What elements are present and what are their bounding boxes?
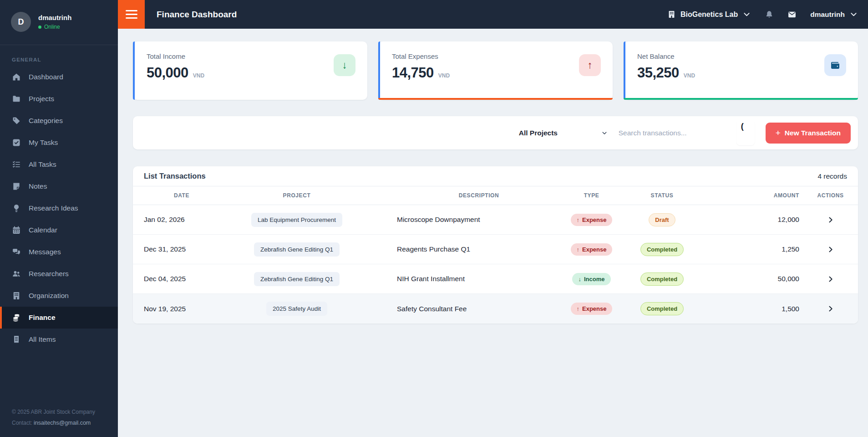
transaction-row[interactable]: Dec 04, 2025Zebrafish Gene Editing Q1NIH… <box>133 264 858 294</box>
chevron-right-icon[interactable] <box>827 216 834 224</box>
chevron-down-icon <box>601 130 608 136</box>
type-badge: ↑Expense <box>571 214 613 226</box>
sidebar-item-calendar[interactable]: Calendar <box>0 219 118 241</box>
transaction-date: Jan 02, 2026 <box>133 216 219 224</box>
arrow-down-icon: ↓ <box>334 54 355 76</box>
org-dropdown[interactable]: BioGenetics Lab <box>667 10 751 19</box>
sidebar-item-label: Projects <box>29 95 54 103</box>
chevron-right-icon[interactable] <box>827 305 834 313</box>
note-icon <box>12 182 21 191</box>
sidebar-item-all-tasks[interactable]: All Tasks <box>0 154 118 175</box>
column-header-amount: AMOUNT <box>702 192 803 199</box>
stat-value-row: 14,750VND <box>392 65 602 81</box>
new-transaction-label: New Transaction <box>785 129 841 137</box>
transaction-description: Safety Consultant Fee <box>374 305 561 313</box>
online-dot-icon <box>38 26 41 29</box>
sidebar-item-label: All Items <box>29 335 56 344</box>
tag-icon <box>12 116 21 125</box>
messages-button[interactable] <box>787 10 797 19</box>
user-dropdown[interactable]: dmautrinh <box>810 10 858 19</box>
transaction-status-cell: Completed <box>622 302 702 315</box>
arrow-up-icon: ↑ <box>577 216 580 223</box>
sidebar-item-label: Organization <box>29 292 69 300</box>
stat-cards: Total Income50,000VND↓Total Expenses14,7… <box>133 41 858 100</box>
transaction-type-cell: ↓Income <box>561 273 622 285</box>
topbar-actions: BioGenetics Lab dmautrinh <box>667 10 868 19</box>
sidebar-item-projects[interactable]: Projects <box>0 88 118 110</box>
sidebar-item-label: Dashboard <box>29 73 63 81</box>
new-transaction-button[interactable]: + New Transaction <box>766 123 851 144</box>
transaction-row[interactable]: Jan 02, 2026Lab Equipment ProcurementMic… <box>133 205 858 235</box>
status-badge: Draft <box>649 213 675 226</box>
project-filter-value: All Projects <box>519 129 558 137</box>
column-header-actions: ACTIONS <box>803 192 858 199</box>
transaction-row[interactable]: Dec 31, 2025Zebrafish Gene Editing Q1Rea… <box>133 235 858 264</box>
search-input[interactable] <box>619 129 726 137</box>
transaction-row[interactable]: Nov 19, 20252025 Safety AuditSafety Cons… <box>133 294 858 324</box>
chevron-down-icon <box>849 10 858 19</box>
sidebar-nav: DashboardProjectsCategoriesMy TasksAll T… <box>0 66 118 350</box>
transaction-description: Reagents Purchase Q1 <box>374 245 561 253</box>
sidebar-item-all-items[interactable]: All Items <box>0 329 118 350</box>
main-content: Total Income50,000VND↓Total Expenses14,7… <box>118 29 868 437</box>
transaction-actions-cell <box>803 246 858 253</box>
transactions-card: List Transactions 4 records DATEPROJECTD… <box>133 166 858 324</box>
sidebar-item-my-tasks[interactable]: My Tasks <box>0 132 118 154</box>
lightbulb-icon <box>12 204 21 213</box>
avatar: D <box>11 12 31 32</box>
transactions-title: List Transactions <box>144 172 206 180</box>
project-filter-select[interactable]: All Projects <box>519 129 608 137</box>
column-header-date: DATE <box>133 192 219 199</box>
sidebar-item-label: Messages <box>29 248 61 256</box>
status-badge: Completed <box>640 302 684 315</box>
chevron-right-icon[interactable] <box>827 275 834 283</box>
sidebar-item-label: Categories <box>29 117 63 125</box>
stat-value-row: 50,000VND <box>147 65 356 81</box>
user-profile[interactable]: D dmautrinh Online <box>0 0 118 45</box>
column-header-project: PROJECT <box>219 192 374 199</box>
stat-card-total-income: Total Income50,000VND↓ <box>133 41 367 100</box>
sidebar-item-organization[interactable]: Organization <box>0 285 118 307</box>
page-title: Finance Dashboard <box>157 10 237 20</box>
stat-currency: VND <box>193 72 204 79</box>
table-body: Jan 02, 2026Lab Equipment ProcurementMic… <box>133 205 858 324</box>
sidebar-item-label: Researchers <box>29 270 69 278</box>
users-icon <box>12 269 21 278</box>
coins-icon <box>12 313 21 322</box>
sidebar-section-label: GENERAL <box>12 57 118 62</box>
wallet-icon <box>824 54 846 76</box>
stat-value: 35,250 <box>637 65 679 81</box>
transaction-status-cell: Completed <box>622 243 702 256</box>
user-status: Online <box>38 24 71 30</box>
wallet-icon <box>830 60 841 71</box>
arrow-down-icon: ↓ <box>578 276 581 283</box>
sidebar-item-notes[interactable]: Notes <box>0 175 118 197</box>
sidebar-item-label: Research Ideas <box>29 204 78 212</box>
sidebar-item-messages[interactable]: Messages <box>0 241 118 263</box>
arrow-up-icon: ↑ <box>577 246 580 253</box>
hamburger-menu-button[interactable] <box>118 0 145 29</box>
chevron-right-icon[interactable] <box>827 246 834 253</box>
type-label: Expense <box>582 216 606 223</box>
sidebar-item-researchers[interactable]: Researchers <box>0 263 118 285</box>
type-label: Expense <box>582 246 606 253</box>
notifications-button[interactable] <box>765 10 774 19</box>
receipt-icon <box>12 335 21 344</box>
transaction-actions-cell <box>803 275 858 283</box>
type-badge: ↓Income <box>572 273 610 285</box>
sidebar-item-dashboard[interactable]: Dashboard <box>0 66 118 88</box>
sidebar-item-categories[interactable]: Categories <box>0 110 118 132</box>
check-square-icon <box>12 138 21 147</box>
footer-contact: Contact: insaitechs@gmail.com <box>12 417 95 429</box>
records-count: 4 records <box>817 172 847 180</box>
table-header-row: DATEPROJECTDESCRIPTIONTYPESTATUSAMOUNTAC… <box>133 186 858 205</box>
transaction-project-cell: Zebrafish Gene Editing Q1 <box>219 272 374 286</box>
sidebar-item-finance[interactable]: Finance <box>0 307 118 329</box>
stat-currency: VND <box>438 72 450 79</box>
filter-bar: All Projects ( + New Transaction <box>133 116 858 149</box>
plus-icon: + <box>776 128 781 138</box>
stat-label: Total Income <box>147 52 356 60</box>
sidebar-item-research-ideas[interactable]: Research Ideas <box>0 197 118 219</box>
stat-label: Total Expenses <box>392 52 602 60</box>
messages-icon <box>12 247 21 257</box>
